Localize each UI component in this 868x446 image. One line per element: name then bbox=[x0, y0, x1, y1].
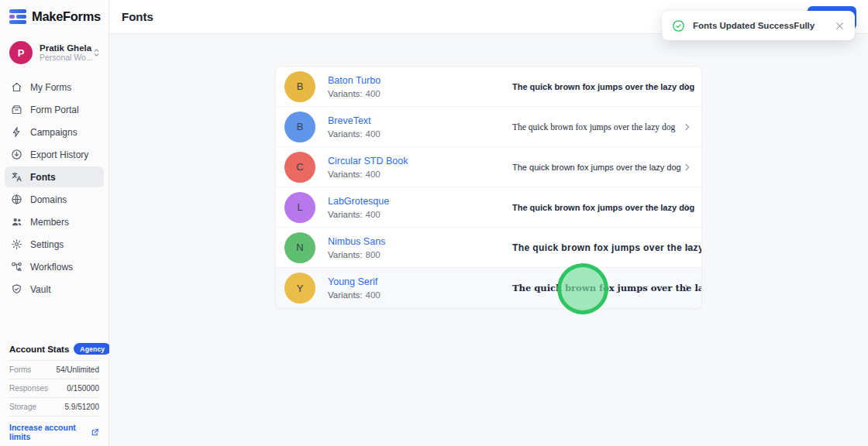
font-row[interactable]: L LabGrotesque Variants:400 The quick br… bbox=[276, 187, 701, 228]
increase-account-limits-link[interactable]: Increase account limits bbox=[9, 416, 99, 441]
font-sample-text: The quick brown fox jumps over the lazy … bbox=[512, 203, 694, 212]
toast-message: Fonts Updated SuccessFully bbox=[693, 21, 827, 30]
variants-label: Variants: bbox=[328, 210, 363, 219]
font-sample-text: The quick brown fox jumps over the lazy … bbox=[512, 82, 694, 91]
font-variants: Variants:400 bbox=[328, 170, 408, 179]
font-meta: BreveText Variants:400 bbox=[328, 115, 381, 139]
account-stats-header: Account Stats Agency bbox=[9, 343, 99, 360]
font-name-link[interactable]: Young Serif bbox=[328, 276, 381, 287]
font-row[interactable]: C Circular STD Book Variants:400 The qui… bbox=[276, 147, 701, 187]
sidebar-item-export-history[interactable]: Export History bbox=[5, 144, 104, 165]
translate-icon bbox=[11, 171, 22, 183]
font-meta: Nimbus Sans Variants:800 bbox=[328, 236, 385, 259]
variants-value: 400 bbox=[366, 129, 381, 139]
variants-label: Variants: bbox=[328, 250, 363, 259]
account-stat-row: Forms 54/Unlimited bbox=[9, 360, 99, 379]
variants-value: 400 bbox=[366, 210, 381, 219]
sidebar-item-my-forms[interactable]: My Forms bbox=[5, 77, 104, 98]
stat-label: Responses bbox=[9, 384, 48, 393]
font-row[interactable]: B Baton Turbo Variants:400 The quick bro… bbox=[276, 67, 701, 107]
account-stats-panel: Account Stats Agency Forms 54/Unlimited … bbox=[0, 343, 108, 441]
bolt-icon bbox=[11, 126, 22, 138]
stat-value: 54/Unlimited bbox=[56, 365, 99, 374]
font-meta: Baton Turbo Variants:400 bbox=[328, 75, 381, 98]
success-toast: Fonts Updated SuccessFully bbox=[662, 11, 855, 40]
chevron-right-icon[interactable] bbox=[682, 162, 692, 172]
archive-icon bbox=[11, 104, 22, 115]
font-variants: Variants:400 bbox=[328, 89, 381, 98]
stat-value: 0/150000 bbox=[67, 384, 99, 393]
variants-label: Variants: bbox=[328, 170, 363, 179]
workflow-icon bbox=[11, 261, 22, 273]
font-row[interactable]: B BreveText Variants:400 The quick brown… bbox=[276, 107, 701, 147]
sidebar-item-domains[interactable]: Domains bbox=[5, 189, 104, 210]
font-sample-text: The quick brown fox jumps over the lazy … bbox=[512, 122, 675, 132]
font-row[interactable]: N Nimbus Sans Variants:800 The quick bro… bbox=[276, 228, 701, 268]
sidebar-item-form-portal[interactable]: Form Portal bbox=[5, 99, 104, 120]
users-icon bbox=[11, 216, 22, 228]
sidebar: MakeForms P Pratik Ghela Personal Wo... … bbox=[0, 0, 109, 446]
sidebar-item-workflows[interactable]: Workflows bbox=[5, 256, 104, 277]
chevron-updown-icon bbox=[92, 47, 101, 58]
font-sample-text: The quick brown fox jumps over the lazy … bbox=[512, 242, 702, 253]
check-circle-icon bbox=[672, 19, 685, 33]
sidebar-item-fonts[interactable]: Fonts bbox=[5, 166, 104, 187]
external-link-icon bbox=[91, 428, 99, 437]
profile-texts: Pratik Ghela Personal Wo... bbox=[40, 43, 85, 62]
sidebar-nav: My Forms Form Portal Campaigns Export Hi… bbox=[5, 77, 104, 300]
font-name-link[interactable]: Baton Turbo bbox=[328, 75, 381, 86]
user-avatar: P bbox=[9, 41, 33, 64]
font-avatar: C bbox=[284, 152, 315, 183]
gear-icon bbox=[11, 238, 22, 250]
chevron-right-icon[interactable] bbox=[682, 122, 692, 132]
stat-label: Forms bbox=[9, 365, 31, 374]
font-row[interactable]: Y Young Serif Variants:400 The quick bro… bbox=[276, 268, 701, 308]
variants-label: Variants: bbox=[328, 129, 363, 139]
font-name-link[interactable]: Nimbus Sans bbox=[328, 236, 385, 247]
variants-label: Variants: bbox=[328, 89, 363, 98]
font-variants: Variants:400 bbox=[328, 290, 381, 300]
font-sample-text: The quick brown fox jumps over the lazy … bbox=[512, 163, 681, 172]
page-title: Fonts bbox=[122, 10, 153, 23]
variants-value: 800 bbox=[366, 250, 381, 259]
app-window: MakeForms P Pratik Ghela Personal Wo... … bbox=[0, 0, 868, 446]
fonts-list-card: B Baton Turbo Variants:400 The quick bro… bbox=[275, 66, 702, 309]
font-avatar: Y bbox=[284, 273, 315, 304]
plan-badge: Agency bbox=[74, 343, 111, 355]
download-icon bbox=[11, 149, 22, 160]
globe-icon bbox=[11, 194, 22, 205]
font-sample-text: The quick brown fox jumps over the lazy … bbox=[512, 283, 702, 293]
variants-value: 400 bbox=[366, 290, 381, 300]
app-logo[interactable]: MakeForms bbox=[5, 8, 104, 24]
font-meta: Young Serif Variants:400 bbox=[328, 276, 381, 300]
font-name-link[interactable]: Circular STD Book bbox=[328, 156, 408, 166]
app-title: MakeForms bbox=[32, 9, 101, 24]
workspace-name: Personal Wo... bbox=[40, 53, 85, 62]
sidebar-item-settings[interactable]: Settings bbox=[5, 234, 104, 255]
main-area: Fonts B Baton Turbo Variants:400 The qui… bbox=[109, 0, 868, 446]
font-avatar: B bbox=[284, 112, 315, 142]
font-avatar: N bbox=[284, 232, 315, 263]
account-stat-row: Responses 0/150000 bbox=[9, 379, 99, 397]
sidebar-item-campaigns[interactable]: Campaigns bbox=[5, 122, 104, 142]
font-name-link[interactable]: LabGrotesque bbox=[328, 196, 389, 207]
content-area: B Baton Turbo Variants:400 The quick bro… bbox=[109, 34, 868, 446]
close-icon[interactable] bbox=[835, 21, 845, 31]
workspace-switcher[interactable]: P Pratik Ghela Personal Wo... bbox=[9, 41, 102, 64]
account-stat-row: Storage 5.9/51200 bbox=[9, 397, 99, 416]
home-icon bbox=[11, 81, 22, 93]
font-meta: Circular STD Book Variants:400 bbox=[328, 156, 408, 179]
shield-icon bbox=[11, 283, 22, 295]
sidebar-item-members[interactable]: Members bbox=[5, 211, 104, 232]
font-variants: Variants:800 bbox=[328, 250, 385, 259]
stat-value: 5.9/51200 bbox=[65, 403, 100, 411]
font-name-link[interactable]: BreveText bbox=[328, 115, 381, 126]
stat-label: Storage bbox=[9, 403, 36, 411]
user-name: Pratik Ghela bbox=[40, 43, 85, 53]
variants-value: 400 bbox=[366, 89, 381, 98]
variants-value: 400 bbox=[366, 170, 381, 179]
font-variants: Variants:400 bbox=[328, 210, 389, 219]
sidebar-item-vault[interactable]: Vault bbox=[5, 279, 104, 300]
font-avatar: B bbox=[284, 71, 315, 102]
variants-label: Variants: bbox=[328, 290, 363, 300]
